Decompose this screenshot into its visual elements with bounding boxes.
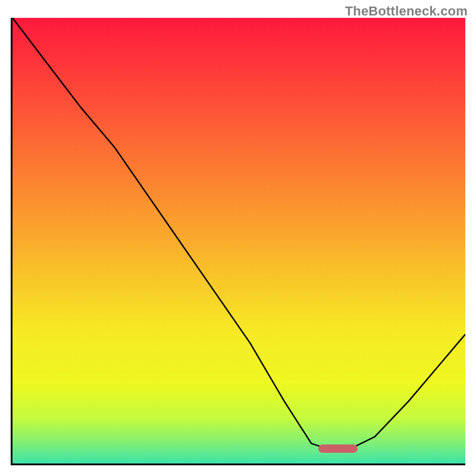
bottleneck-curve bbox=[12, 18, 465, 464]
chart-area bbox=[11, 18, 465, 465]
watermark-label: TheBottleneck.com bbox=[345, 4, 468, 19]
curve-path bbox=[12, 18, 465, 448]
optimal-point-marker bbox=[318, 444, 358, 453]
